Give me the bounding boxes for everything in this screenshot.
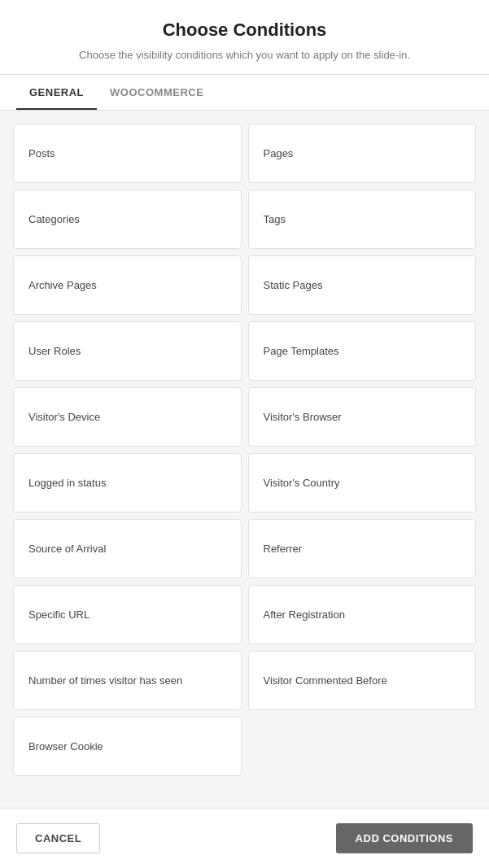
condition-card-specific-url[interactable]: Specific URL	[13, 585, 242, 644]
add-conditions-button[interactable]: ADD CONDITIONS	[336, 823, 473, 853]
condition-card-visitor-commented[interactable]: Visitor Commented Before	[248, 651, 477, 710]
condition-card-user-roles[interactable]: User Roles	[13, 321, 242, 381]
condition-card-number-of-times[interactable]: Number of times visitor has seen	[13, 651, 242, 710]
tabs-bar: GENERAL WOOCOMMERCE	[0, 75, 489, 111]
condition-card-visitors-device[interactable]: Visitor's Device	[13, 387, 242, 447]
condition-card-archive-pages[interactable]: Archive Pages	[13, 255, 242, 315]
condition-card-page-templates[interactable]: Page Templates	[248, 321, 477, 381]
condition-card-tags[interactable]: Tags	[248, 190, 477, 249]
condition-card-logged-in-status[interactable]: Logged in status	[13, 453, 242, 513]
conditions-grid-wrapper: PostsPagesCategoriesTagsArchive PagesSta…	[0, 111, 489, 808]
modal-subtitle: Choose the visibility conditions which y…	[16, 49, 473, 61]
modal-footer: CANCEL ADD CONDITIONS	[0, 808, 489, 868]
tab-woocommerce[interactable]: WOOCOMMERCE	[97, 75, 216, 110]
modal-header: Choose Conditions Choose the visibility …	[0, 0, 489, 75]
condition-card-referrer[interactable]: Referrer	[248, 519, 477, 578]
conditions-grid: PostsPagesCategoriesTagsArchive PagesSta…	[13, 124, 476, 776]
choose-conditions-modal: Choose Conditions Choose the visibility …	[0, 0, 489, 868]
cancel-button[interactable]: CANCEL	[16, 823, 100, 853]
condition-card-after-registration[interactable]: After Registration	[248, 585, 477, 644]
condition-card-pages[interactable]: Pages	[248, 124, 477, 183]
condition-card-visitors-browser[interactable]: Visitor's Browser	[248, 387, 477, 447]
tab-general[interactable]: GENERAL	[16, 75, 97, 110]
condition-card-visitors-country[interactable]: Visitor's Country	[248, 453, 477, 513]
modal-title: Choose Conditions	[16, 20, 473, 41]
condition-card-static-pages[interactable]: Static Pages	[248, 255, 477, 315]
condition-card-categories[interactable]: Categories	[13, 190, 242, 249]
condition-card-browser-cookie[interactable]: Browser Cookie	[13, 717, 242, 776]
condition-card-posts[interactable]: Posts	[13, 124, 242, 183]
condition-card-source-of-arrival[interactable]: Source of Arrival	[13, 519, 242, 578]
